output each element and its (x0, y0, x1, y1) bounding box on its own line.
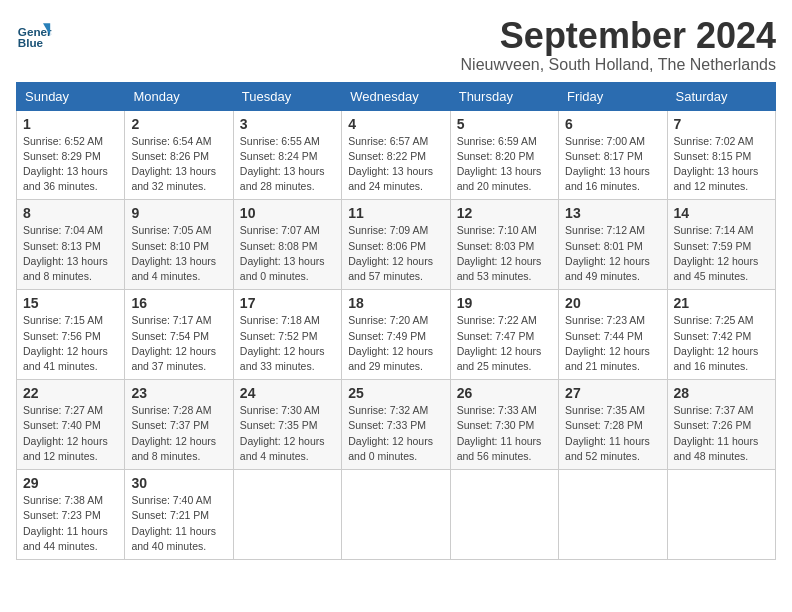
day-detail: Sunrise: 7:12 AM Sunset: 8:01 PM Dayligh… (565, 223, 660, 284)
day-number: 11 (348, 205, 443, 221)
day-detail: Sunrise: 7:00 AM Sunset: 8:17 PM Dayligh… (565, 134, 660, 195)
day-detail: Sunrise: 7:25 AM Sunset: 7:42 PM Dayligh… (674, 313, 769, 374)
day-number: 12 (457, 205, 552, 221)
weekday-header-friday: Friday (559, 82, 667, 110)
day-detail: Sunrise: 7:18 AM Sunset: 7:52 PM Dayligh… (240, 313, 335, 374)
day-cell: 7Sunrise: 7:02 AM Sunset: 8:15 PM Daylig… (667, 110, 775, 200)
day-cell: 15Sunrise: 7:15 AM Sunset: 7:56 PM Dayli… (17, 290, 125, 380)
day-number: 20 (565, 295, 660, 311)
location-title: Nieuwveen, South Holland, The Netherland… (461, 56, 776, 74)
day-detail: Sunrise: 7:15 AM Sunset: 7:56 PM Dayligh… (23, 313, 118, 374)
day-cell (667, 470, 775, 560)
day-detail: Sunrise: 6:59 AM Sunset: 8:20 PM Dayligh… (457, 134, 552, 195)
weekday-header-saturday: Saturday (667, 82, 775, 110)
day-number: 19 (457, 295, 552, 311)
day-detail: Sunrise: 6:52 AM Sunset: 8:29 PM Dayligh… (23, 134, 118, 195)
svg-text:Blue: Blue (18, 36, 44, 49)
day-cell: 30Sunrise: 7:40 AM Sunset: 7:21 PM Dayli… (125, 470, 233, 560)
day-cell: 18Sunrise: 7:20 AM Sunset: 7:49 PM Dayli… (342, 290, 450, 380)
day-cell: 26Sunrise: 7:33 AM Sunset: 7:30 PM Dayli… (450, 380, 558, 470)
day-detail: Sunrise: 7:17 AM Sunset: 7:54 PM Dayligh… (131, 313, 226, 374)
day-number: 1 (23, 116, 118, 132)
month-title: September 2024 (461, 16, 776, 56)
day-number: 7 (674, 116, 769, 132)
day-cell: 28Sunrise: 7:37 AM Sunset: 7:26 PM Dayli… (667, 380, 775, 470)
day-number: 16 (131, 295, 226, 311)
day-cell: 3Sunrise: 6:55 AM Sunset: 8:24 PM Daylig… (233, 110, 341, 200)
day-number: 22 (23, 385, 118, 401)
day-detail: Sunrise: 7:38 AM Sunset: 7:23 PM Dayligh… (23, 493, 118, 554)
day-number: 26 (457, 385, 552, 401)
day-number: 10 (240, 205, 335, 221)
logo: General Blue (16, 16, 52, 52)
day-number: 15 (23, 295, 118, 311)
day-cell: 13Sunrise: 7:12 AM Sunset: 8:01 PM Dayli… (559, 200, 667, 290)
day-detail: Sunrise: 7:23 AM Sunset: 7:44 PM Dayligh… (565, 313, 660, 374)
day-detail: Sunrise: 7:33 AM Sunset: 7:30 PM Dayligh… (457, 403, 552, 464)
day-detail: Sunrise: 7:02 AM Sunset: 8:15 PM Dayligh… (674, 134, 769, 195)
day-number: 21 (674, 295, 769, 311)
header: General Blue September 2024 Nieuwveen, S… (16, 16, 776, 74)
day-cell: 20Sunrise: 7:23 AM Sunset: 7:44 PM Dayli… (559, 290, 667, 380)
week-row-4: 22Sunrise: 7:27 AM Sunset: 7:40 PM Dayli… (17, 380, 776, 470)
week-row-5: 29Sunrise: 7:38 AM Sunset: 7:23 PM Dayli… (17, 470, 776, 560)
day-cell: 11Sunrise: 7:09 AM Sunset: 8:06 PM Dayli… (342, 200, 450, 290)
day-cell: 17Sunrise: 7:18 AM Sunset: 7:52 PM Dayli… (233, 290, 341, 380)
weekday-header-thursday: Thursday (450, 82, 558, 110)
day-detail: Sunrise: 7:28 AM Sunset: 7:37 PM Dayligh… (131, 403, 226, 464)
day-cell: 2Sunrise: 6:54 AM Sunset: 8:26 PM Daylig… (125, 110, 233, 200)
day-detail: Sunrise: 7:04 AM Sunset: 8:13 PM Dayligh… (23, 223, 118, 284)
day-number: 24 (240, 385, 335, 401)
day-detail: Sunrise: 7:07 AM Sunset: 8:08 PM Dayligh… (240, 223, 335, 284)
day-detail: Sunrise: 7:27 AM Sunset: 7:40 PM Dayligh… (23, 403, 118, 464)
day-detail: Sunrise: 7:05 AM Sunset: 8:10 PM Dayligh… (131, 223, 226, 284)
day-cell: 22Sunrise: 7:27 AM Sunset: 7:40 PM Dayli… (17, 380, 125, 470)
week-row-2: 8Sunrise: 7:04 AM Sunset: 8:13 PM Daylig… (17, 200, 776, 290)
day-cell: 6Sunrise: 7:00 AM Sunset: 8:17 PM Daylig… (559, 110, 667, 200)
day-detail: Sunrise: 6:55 AM Sunset: 8:24 PM Dayligh… (240, 134, 335, 195)
day-cell: 21Sunrise: 7:25 AM Sunset: 7:42 PM Dayli… (667, 290, 775, 380)
day-number: 17 (240, 295, 335, 311)
day-cell: 24Sunrise: 7:30 AM Sunset: 7:35 PM Dayli… (233, 380, 341, 470)
day-cell: 5Sunrise: 6:59 AM Sunset: 8:20 PM Daylig… (450, 110, 558, 200)
title-section: September 2024 Nieuwveen, South Holland,… (461, 16, 776, 74)
day-number: 23 (131, 385, 226, 401)
day-cell: 19Sunrise: 7:22 AM Sunset: 7:47 PM Dayli… (450, 290, 558, 380)
day-detail: Sunrise: 7:32 AM Sunset: 7:33 PM Dayligh… (348, 403, 443, 464)
day-detail: Sunrise: 6:57 AM Sunset: 8:22 PM Dayligh… (348, 134, 443, 195)
weekday-header-tuesday: Tuesday (233, 82, 341, 110)
day-number: 8 (23, 205, 118, 221)
day-number: 30 (131, 475, 226, 491)
day-cell: 27Sunrise: 7:35 AM Sunset: 7:28 PM Dayli… (559, 380, 667, 470)
day-cell: 23Sunrise: 7:28 AM Sunset: 7:37 PM Dayli… (125, 380, 233, 470)
day-cell: 16Sunrise: 7:17 AM Sunset: 7:54 PM Dayli… (125, 290, 233, 380)
calendar-table: SundayMondayTuesdayWednesdayThursdayFrid… (16, 82, 776, 560)
week-row-1: 1Sunrise: 6:52 AM Sunset: 8:29 PM Daylig… (17, 110, 776, 200)
week-row-3: 15Sunrise: 7:15 AM Sunset: 7:56 PM Dayli… (17, 290, 776, 380)
day-number: 2 (131, 116, 226, 132)
day-cell: 25Sunrise: 7:32 AM Sunset: 7:33 PM Dayli… (342, 380, 450, 470)
day-cell: 29Sunrise: 7:38 AM Sunset: 7:23 PM Dayli… (17, 470, 125, 560)
day-detail: Sunrise: 7:10 AM Sunset: 8:03 PM Dayligh… (457, 223, 552, 284)
day-number: 29 (23, 475, 118, 491)
day-cell: 4Sunrise: 6:57 AM Sunset: 8:22 PM Daylig… (342, 110, 450, 200)
weekday-header-wednesday: Wednesday (342, 82, 450, 110)
day-cell (450, 470, 558, 560)
day-cell: 1Sunrise: 6:52 AM Sunset: 8:29 PM Daylig… (17, 110, 125, 200)
day-number: 6 (565, 116, 660, 132)
day-cell (559, 470, 667, 560)
day-detail: Sunrise: 6:54 AM Sunset: 8:26 PM Dayligh… (131, 134, 226, 195)
weekday-header-monday: Monday (125, 82, 233, 110)
day-cell: 12Sunrise: 7:10 AM Sunset: 8:03 PM Dayli… (450, 200, 558, 290)
weekday-header-sunday: Sunday (17, 82, 125, 110)
day-number: 25 (348, 385, 443, 401)
day-number: 27 (565, 385, 660, 401)
day-detail: Sunrise: 7:14 AM Sunset: 7:59 PM Dayligh… (674, 223, 769, 284)
day-number: 14 (674, 205, 769, 221)
day-cell: 14Sunrise: 7:14 AM Sunset: 7:59 PM Dayli… (667, 200, 775, 290)
day-number: 5 (457, 116, 552, 132)
day-detail: Sunrise: 7:22 AM Sunset: 7:47 PM Dayligh… (457, 313, 552, 374)
day-cell: 10Sunrise: 7:07 AM Sunset: 8:08 PM Dayli… (233, 200, 341, 290)
day-detail: Sunrise: 7:09 AM Sunset: 8:06 PM Dayligh… (348, 223, 443, 284)
day-number: 18 (348, 295, 443, 311)
